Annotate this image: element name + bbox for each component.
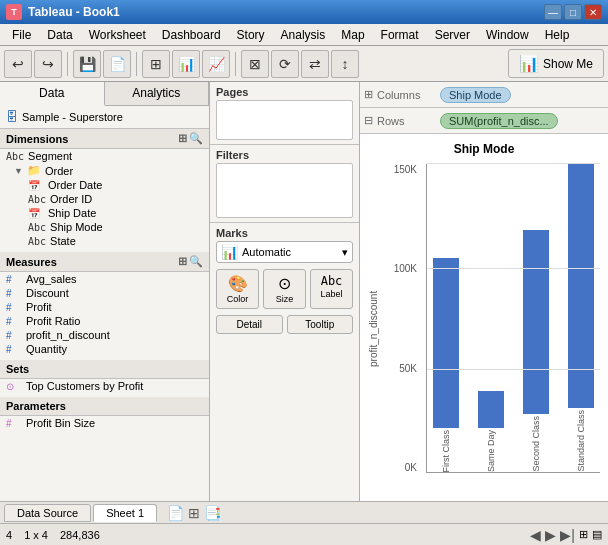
show-me-button[interactable]: 📊 Show Me [508, 49, 604, 78]
chart-inner: 150K 100K 50K 0K First Class [381, 164, 600, 493]
tab-analytics[interactable]: Analytics [105, 82, 210, 105]
measure-avgsales[interactable]: # Avg_sales [0, 272, 209, 286]
measures-grid-icon[interactable]: ⊞ [178, 255, 187, 268]
close-button[interactable]: ✕ [584, 4, 602, 20]
menu-map[interactable]: Map [333, 26, 372, 44]
rows-pill[interactable]: SUM(profit_n_disc... [440, 113, 558, 129]
color-button[interactable]: 🎨 Color [216, 269, 259, 309]
rows-shelf: ⊟ Rows SUM(profit_n_disc... [360, 108, 608, 134]
menu-data[interactable]: Data [39, 26, 80, 44]
sets-label: Sets [6, 363, 29, 375]
tooltip-button[interactable]: Tooltip [287, 315, 354, 334]
dim-state[interactable]: Abc State [0, 234, 209, 248]
dim-orderdate[interactable]: 📅 Order Date [0, 178, 209, 192]
marks-dropdown[interactable]: 📊 Automatic ▾ [216, 241, 353, 263]
nav-next-button[interactable]: ▶ [545, 527, 556, 543]
status-right: ◀ ▶ ▶| ⊞ ▤ [530, 527, 602, 543]
redo-button[interactable]: ↪ [34, 50, 62, 78]
dim-shipmode[interactable]: Abc Ship Mode [0, 220, 209, 234]
save-button[interactable]: 💾 [73, 50, 101, 78]
connections-button[interactable]: ⊞ [142, 50, 170, 78]
columns-icon: ⊞ [364, 88, 373, 101]
nav-last-button[interactable]: ▶| [560, 527, 575, 543]
filter-button[interactable]: ⊠ [241, 50, 269, 78]
bar-sameday[interactable] [478, 391, 504, 428]
sort-button[interactable]: ↕ [331, 50, 359, 78]
bar-firstclass[interactable] [433, 258, 459, 427]
dim-order-folder[interactable]: ▼ 📁 Order [0, 163, 209, 178]
bar-secondclass[interactable] [523, 230, 549, 415]
chart-button[interactable]: 📊 [172, 50, 200, 78]
filters-section: Filters [210, 145, 359, 223]
minimize-button[interactable]: — [544, 4, 562, 20]
new-story-icon[interactable]: 📑 [204, 505, 221, 521]
tab-data-source[interactable]: Data Source [4, 504, 91, 522]
bar-standardclass[interactable] [568, 164, 594, 408]
menu-window[interactable]: Window [478, 26, 537, 44]
marks-section: Marks 📊 Automatic ▾ 🎨 Color ⊙ Size Abc L… [210, 223, 359, 501]
refresh-button[interactable]: ⟳ [271, 50, 299, 78]
folder-icon: 📁 [27, 164, 41, 177]
menu-format[interactable]: Format [373, 26, 427, 44]
measure-discount[interactable]: # Discount [0, 286, 209, 300]
dim-segment[interactable]: Abc Segment [0, 149, 209, 163]
new-dashboard-icon[interactable]: ⊞ [188, 505, 200, 521]
undo-button[interactable]: ↩ [4, 50, 32, 78]
menu-story[interactable]: Story [229, 26, 273, 44]
dimensions-grid-icon[interactable]: ⊞ [178, 132, 187, 145]
tab-sheet1[interactable]: Sheet 1 [93, 504, 157, 522]
measure-quantity[interactable]: # Quantity [0, 342, 209, 356]
param-profitbin[interactable]: # Profit Bin Size [0, 416, 209, 430]
nav-prev-button[interactable]: ◀ [530, 527, 541, 543]
measures-search-icon[interactable]: 🔍 [189, 255, 203, 268]
measure-profitratio[interactable]: # Profit Ratio [0, 314, 209, 328]
left-panel: Data Analytics 🗄 Sample - Superstore Dim… [0, 82, 210, 501]
marks-detail-row: Detail Tooltip [216, 315, 353, 334]
chart2-button[interactable]: 📈 [202, 50, 230, 78]
measure-avgsales-label: Avg_sales [26, 273, 77, 285]
set-icon: ⊙ [6, 381, 22, 392]
new-sheet-icon[interactable]: 📄 [167, 505, 184, 521]
detail-button[interactable]: Detail [216, 315, 283, 334]
columns-pill[interactable]: Ship Mode [440, 87, 511, 103]
maximize-button[interactable]: □ [564, 4, 582, 20]
tab-data[interactable]: Data [0, 82, 105, 106]
panel-tabs: Data Analytics [0, 82, 209, 106]
columns-label: Columns [377, 89, 432, 101]
bar-label-firstclass: First Class [441, 430, 451, 473]
bar-label-standardclass: Standard Class [576, 410, 586, 472]
grid-line-1 [427, 369, 600, 370]
parameters-label: Parameters [6, 400, 66, 412]
grid-view-icon[interactable]: ⊞ [579, 528, 588, 541]
swap-button[interactable]: ⇄ [301, 50, 329, 78]
menu-server[interactable]: Server [427, 26, 478, 44]
marks-label: Marks [216, 227, 353, 239]
set-topcustomers[interactable]: ⊙ Top Customers by Profit [0, 379, 209, 393]
dim-shipdate[interactable]: 📅 Ship Date [0, 206, 209, 220]
sets-header: Sets [0, 360, 209, 379]
new-button[interactable]: 📄 [103, 50, 131, 78]
param-profitbin-label: Profit Bin Size [26, 417, 95, 429]
menu-help[interactable]: Help [537, 26, 578, 44]
menu-worksheet[interactable]: Worksheet [81, 26, 154, 44]
label-button[interactable]: Abc Label [310, 269, 353, 309]
dim-orderid[interactable]: Abc Order ID [0, 192, 209, 206]
size-icon: ⊙ [278, 274, 291, 293]
bottom-tabs: Data Source Sheet 1 📄 ⊞ 📑 [0, 501, 608, 523]
filters-content [216, 163, 353, 218]
bars-area: First Class Same Day Second Class S [426, 164, 600, 473]
bar-group-secondclass: Second Class [518, 164, 555, 472]
size-button[interactable]: ⊙ Size [263, 269, 306, 309]
dimensions-search-icon[interactable]: 🔍 [189, 132, 203, 145]
marks-buttons-grid: 🎨 Color ⊙ Size Abc Label [216, 269, 353, 309]
dim-segment-label: Segment [28, 150, 72, 162]
bar-group-sameday: Same Day [472, 164, 509, 472]
measure-profitndiscount[interactable]: # profit_n_discount [0, 328, 209, 342]
measure-profit[interactable]: # Profit [0, 300, 209, 314]
menu-dashboard[interactable]: Dashboard [154, 26, 229, 44]
menu-analysis[interactable]: Analysis [273, 26, 334, 44]
panel-scrollable[interactable]: Dimensions ⊞ 🔍 Abc Segment ▼ 📁 Order 📅 O… [0, 129, 209, 501]
layout-icon[interactable]: ▤ [592, 528, 602, 541]
data-source-icon: 🗄 [6, 110, 18, 124]
menu-file[interactable]: File [4, 26, 39, 44]
